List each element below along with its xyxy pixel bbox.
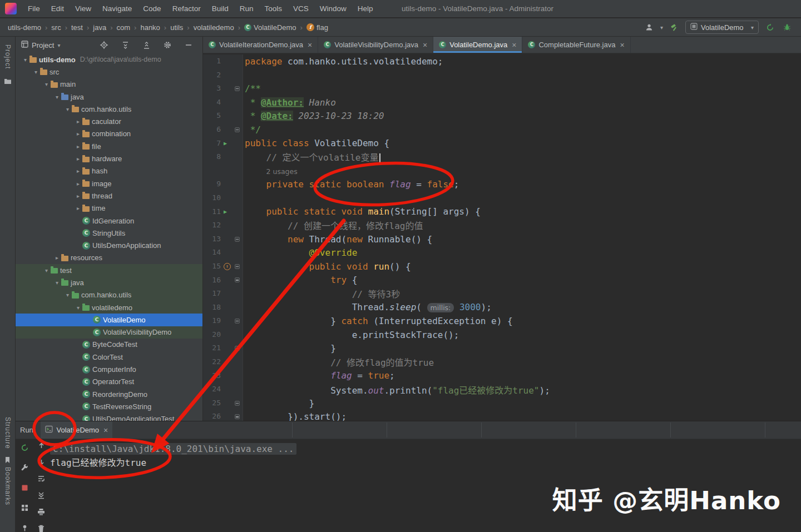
hide-icon[interactable] xyxy=(182,39,195,51)
chevron-down-icon[interactable]: ▾ xyxy=(57,42,60,48)
breadcrumb-item-utils-demo[interactable]: utils-demo xyxy=(8,23,41,32)
code-line[interactable]: 24 System.out.println("flag已经被修改为true"); xyxy=(203,382,801,396)
code-line[interactable]: 22 // 修改flag的值为true xyxy=(203,355,801,369)
code-line[interactable]: 5 * @Date: 2023-10-23 18:20 xyxy=(203,109,801,123)
tree-item-hardware[interactable]: ▸hardware xyxy=(16,152,202,165)
expand-all-icon[interactable] xyxy=(119,39,131,51)
rerun-icon[interactable] xyxy=(18,441,31,454)
breadcrumb-item-volatiledemo[interactable]: volatiledemo xyxy=(194,23,234,32)
close-icon[interactable]: × xyxy=(620,41,624,49)
tree-item-image[interactable]: ▸image xyxy=(16,177,202,190)
down-arrow-icon[interactable] xyxy=(35,456,47,468)
gutter[interactable] xyxy=(221,301,243,315)
tree-item-UtilsDemoApplicationTest[interactable]: CUtilsDemoApplicationTest xyxy=(16,413,202,421)
tree-item-combination[interactable]: ▸combination xyxy=(16,128,202,140)
code-line[interactable]: 11▶ public static void main(String[] arg… xyxy=(203,205,801,219)
chevron-right-icon[interactable]: ▸ xyxy=(74,168,82,174)
chevron-down-icon[interactable]: ▾ xyxy=(42,81,51,87)
stripe-bookmarks-label[interactable]: Bookmarks xyxy=(4,467,12,505)
tree-item-ColorTest[interactable]: CColorTest xyxy=(16,351,202,363)
stop-icon[interactable] xyxy=(18,481,31,494)
menu-item-run[interactable]: Run xyxy=(234,0,259,17)
fold-icon[interactable] xyxy=(235,414,240,419)
soft-wrap-icon[interactable] xyxy=(35,473,47,485)
gutter[interactable] xyxy=(221,355,243,369)
inlay-usages-hint[interactable]: 2 usages xyxy=(203,164,801,178)
menu-item-navigate[interactable]: Navigate xyxy=(97,0,137,17)
fold-icon[interactable] xyxy=(235,264,240,269)
build-hammer-icon[interactable] xyxy=(668,21,680,33)
breadcrumb-item-src[interactable]: src xyxy=(51,23,61,32)
gutter[interactable] xyxy=(221,232,243,246)
tree-item-VolatileVisibilityDemo[interactable]: CVolatileVisibilityDemo xyxy=(16,326,202,339)
gutter[interactable]: ▶ xyxy=(221,137,243,151)
gutter[interactable] xyxy=(221,396,243,410)
fold-icon[interactable] xyxy=(235,401,240,406)
tree-item-src[interactable]: ▾src xyxy=(16,66,202,78)
tree-item-ReorderingDemo[interactable]: CReorderingDemo xyxy=(16,388,202,400)
code-line[interactable]: 25 } xyxy=(203,396,801,410)
run-tab[interactable]: VolatileDemo × xyxy=(41,421,112,439)
close-icon[interactable]: × xyxy=(423,41,427,49)
gutter[interactable] xyxy=(221,109,243,123)
tree-item-time[interactable]: ▸time xyxy=(16,202,202,215)
menu-item-build[interactable]: Build xyxy=(206,0,234,17)
up-arrow-icon[interactable] xyxy=(35,439,47,451)
editor-tab-VolatileVisibilityDemo.java[interactable]: CVolatileVisibilityDemo.java× xyxy=(318,37,433,53)
gutter[interactable] xyxy=(221,123,243,137)
gutter[interactable] xyxy=(221,274,243,287)
tree-item-com.hanko.utils[interactable]: ▾com.hanko.utils xyxy=(16,289,202,301)
tree-item-IdGeneration[interactable]: CIdGeneration xyxy=(16,215,202,227)
run-gutter-icon[interactable]: ▶ xyxy=(224,208,227,215)
chevron-down-icon[interactable]: ▾ xyxy=(32,69,40,75)
code-line[interactable]: 17 // 等待3秒 xyxy=(203,287,801,301)
close-icon[interactable]: × xyxy=(512,41,516,49)
wrench-icon[interactable] xyxy=(18,461,31,474)
debug-icon[interactable] xyxy=(781,21,793,33)
chevron-down-icon[interactable]: ▾ xyxy=(53,94,61,100)
gutter[interactable] xyxy=(221,341,243,355)
gutter[interactable] xyxy=(221,177,243,191)
close-icon[interactable]: × xyxy=(103,426,108,435)
tree-item-caculator[interactable]: ▸caculator xyxy=(16,115,202,127)
project-panel-title[interactable]: Project xyxy=(32,41,54,49)
breadcrumb-item-test[interactable]: test xyxy=(71,23,83,32)
fold-icon[interactable] xyxy=(235,237,240,242)
fold-icon[interactable] xyxy=(235,86,240,91)
tree-item-UtilsDemoApplication[interactable]: CUtilsDemoApplication xyxy=(16,239,202,251)
gutter[interactable] xyxy=(221,191,243,205)
gutter[interactable] xyxy=(221,246,243,260)
code-line[interactable]: 18 Thread.sleep( millis: 3000); xyxy=(203,301,801,315)
tree-item-hash[interactable]: ▸hash xyxy=(16,165,202,177)
fold-icon[interactable] xyxy=(235,319,240,324)
menu-item-view[interactable]: View xyxy=(70,0,97,17)
close-icon[interactable]: × xyxy=(308,41,312,49)
user-icon[interactable] xyxy=(643,21,655,33)
code-line[interactable]: 20 e.printStackTrace(); xyxy=(203,328,801,342)
stripe-project-label[interactable]: Project xyxy=(4,44,12,69)
pin-icon[interactable] xyxy=(18,521,31,532)
layout-icon[interactable] xyxy=(18,501,31,514)
tree-item-java[interactable]: ▾java xyxy=(16,91,202,103)
chevron-right-icon[interactable]: ▸ xyxy=(74,143,82,150)
project-tool-icon[interactable] xyxy=(4,77,12,87)
menu-item-edit[interactable]: Edit xyxy=(46,0,70,17)
code-line[interactable]: 3/** xyxy=(203,82,801,96)
editor-tab-VolatileDemo.java[interactable]: CVolatileDemo.java× xyxy=(433,37,522,53)
breadcrumb-item-com[interactable]: com xyxy=(117,23,131,32)
gutter[interactable] xyxy=(221,314,243,328)
fold-icon[interactable] xyxy=(235,127,240,132)
code-line[interactable]: 14 @Override xyxy=(203,246,801,260)
gutter[interactable] xyxy=(221,382,243,396)
code-line[interactable]: 15↑ public void run() { xyxy=(203,260,801,274)
settings-icon[interactable] xyxy=(161,39,174,51)
tree-item-thread[interactable]: ▸thread xyxy=(16,190,202,202)
run-gutter-icon[interactable]: ▶ xyxy=(224,140,227,146)
tree-item-volatiledemo[interactable]: ▾volatiledemo xyxy=(16,301,202,314)
chevron-right-icon[interactable]: ▸ xyxy=(74,118,82,125)
code-line[interactable]: 13 new Thread(new Runnable() { xyxy=(203,232,801,246)
run-config-select[interactable]: VolatileDemo ▾ xyxy=(685,21,759,34)
fold-icon[interactable] xyxy=(235,277,240,282)
override-gutter-icon[interactable]: ↑ xyxy=(224,263,231,270)
menu-item-vcs[interactable]: VCS xyxy=(288,0,314,17)
